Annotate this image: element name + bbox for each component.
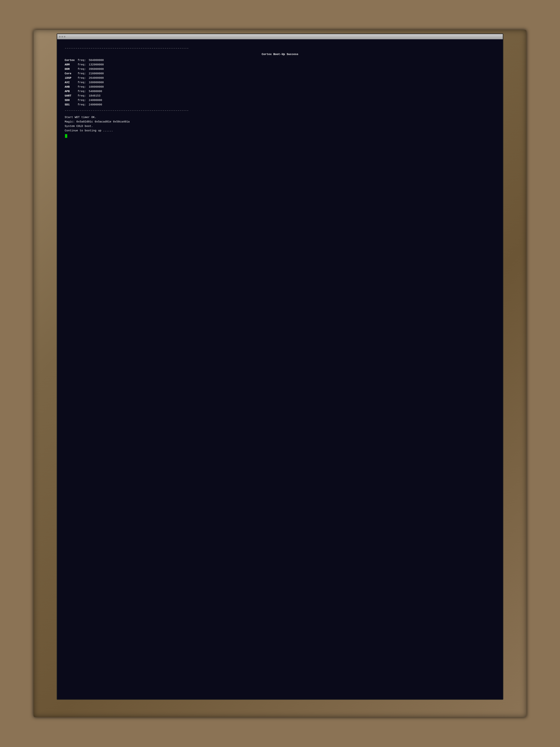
freq-name: APB [64, 89, 78, 94]
freq-row: DDRfreq:396000000 [64, 67, 495, 72]
dot-2 [61, 36, 63, 37]
status-line: Start WDT timer OK. [64, 115, 495, 120]
freq-label: freq: [78, 89, 89, 94]
cursor-line [64, 134, 495, 138]
freq-label: freq: [78, 98, 89, 103]
freq-label: freq: [78, 85, 89, 89]
freq-name: iDSP [64, 76, 78, 80]
status-line: Continue to booting up ...... [64, 129, 495, 133]
freq-row: SD0freq:24000000 [64, 98, 495, 103]
freq-label: freq: [78, 76, 89, 80]
freq-label: freq: [78, 58, 89, 62]
terminal-screen: ----------------------------------------… [57, 39, 503, 699]
freq-name: UART [64, 94, 78, 98]
freq-value: 24000000 [89, 98, 102, 103]
freq-row: AHBfreq:108000000 [64, 85, 495, 89]
freq-row: ARMfreq:132000000 [64, 62, 495, 67]
freq-name: SD0 [64, 98, 78, 103]
screen-top-bar-dots [59, 36, 65, 37]
freq-value: 24000000 [89, 103, 102, 107]
freq-label: freq: [78, 103, 89, 107]
freq-value: 504000000 [89, 58, 104, 62]
terminal-content: ----------------------------------------… [64, 46, 495, 138]
dot-1 [59, 36, 60, 37]
freq-name: ARM [64, 62, 78, 67]
status-line: System COLD boot. [64, 124, 495, 129]
freq-name: AXI [64, 80, 78, 85]
freq-name: DDR [64, 67, 78, 72]
dot-3 [64, 36, 65, 37]
freq-label: freq: [78, 62, 89, 67]
freq-row: AXIfreq:168000000 [64, 80, 495, 85]
boot-title: Cortex Boot-Up Success [64, 52, 495, 57]
freq-label: freq: [78, 67, 89, 72]
divider-bottom: ----------------------------------------… [64, 108, 495, 113]
freq-value: 168000000 [89, 80, 104, 85]
freq-label: freq: [78, 80, 89, 85]
monitor-frame: ----------------------------------------… [33, 30, 526, 717]
freq-value: 216000000 [89, 72, 104, 76]
freq-row: iDSPfreq:264000000 [64, 76, 495, 80]
freq-name: Cortex [64, 58, 78, 62]
freq-name: AHB [64, 85, 78, 89]
freq-row: Corefreq:216000000 [64, 72, 495, 76]
freq-row: Cortexfreq:504000000 [64, 58, 495, 62]
freq-label: freq: [78, 72, 89, 76]
screen-bezel: ----------------------------------------… [57, 33, 503, 700]
freq-label: freq: [78, 94, 89, 98]
freq-row: APBfreq:54000000 [64, 89, 495, 94]
freq-name: Core [64, 72, 78, 76]
freq-table: Cortexfreq:504000000ARMfreq:132000000DDR… [64, 58, 495, 107]
freq-name: SD1 [64, 103, 78, 107]
freq-value: 54000000 [89, 89, 102, 94]
status-section: Start WDT timer OK.Magic: 0x5a02d01c 0x5… [64, 115, 495, 133]
terminal-cursor [65, 134, 67, 138]
freq-value: 264000000 [89, 76, 104, 80]
freq-row: UARTfreq:1846153 [64, 94, 495, 98]
divider-top: ----------------------------------------… [64, 46, 495, 51]
freq-value: 132000000 [89, 62, 104, 67]
freq-value: 396000000 [89, 67, 104, 72]
status-line: Magic: 0x5a02d01c 0x5acad81e 0x58ca401a [64, 120, 495, 124]
freq-row: SD1freq:24000000 [64, 103, 495, 107]
freq-value: 108000000 [89, 85, 104, 89]
freq-value: 1846153 [89, 94, 100, 98]
screen-top-bar [57, 34, 503, 39]
